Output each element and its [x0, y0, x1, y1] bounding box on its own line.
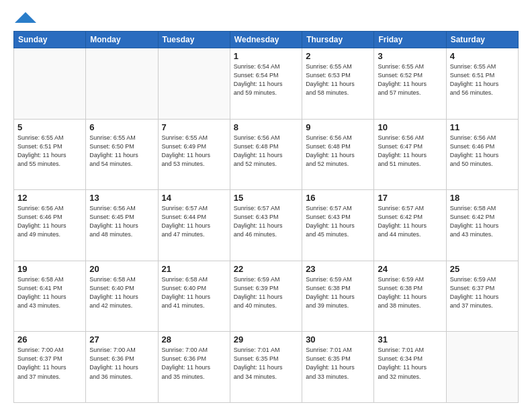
calendar-cell: 29Sunrise: 7:01 AM Sunset: 6:35 PM Dayli… [230, 332, 302, 403]
calendar-cell: 18Sunrise: 6:58 AM Sunset: 6:42 PM Dayli… [446, 190, 518, 261]
day-info: Sunrise: 6:55 AM Sunset: 6:51 PM Dayligh… [17, 134, 82, 169]
day-info: Sunrise: 6:58 AM Sunset: 6:40 PM Dayligh… [89, 275, 154, 310]
day-number: 24 [378, 264, 442, 274]
day-info: Sunrise: 6:56 AM Sunset: 6:46 PM Dayligh… [450, 134, 515, 169]
calendar-cell: 23Sunrise: 6:59 AM Sunset: 6:38 PM Dayli… [302, 261, 374, 332]
calendar-cell: 8Sunrise: 6:56 AM Sunset: 6:48 PM Daylig… [230, 119, 302, 190]
day-number: 30 [306, 334, 370, 345]
calendar-cell: 10Sunrise: 6:56 AM Sunset: 6:47 PM Dayli… [374, 119, 446, 190]
day-number: 2 [306, 51, 370, 61]
day-number: 20 [89, 264, 154, 274]
calendar-week-row: 12Sunrise: 6:56 AM Sunset: 6:46 PM Dayli… [14, 190, 519, 261]
calendar-week-row: 5Sunrise: 6:55 AM Sunset: 6:51 PM Daylig… [14, 119, 519, 190]
day-number: 27 [89, 334, 154, 345]
calendar-cell: 5Sunrise: 6:55 AM Sunset: 6:51 PM Daylig… [14, 119, 86, 190]
calendar-cell: 3Sunrise: 6:55 AM Sunset: 6:52 PM Daylig… [374, 48, 446, 120]
day-number: 19 [17, 264, 82, 274]
day-info: Sunrise: 6:56 AM Sunset: 6:48 PM Dayligh… [234, 134, 298, 169]
calendar-cell: 19Sunrise: 6:58 AM Sunset: 6:41 PM Dayli… [14, 261, 86, 332]
calendar-cell: 12Sunrise: 6:56 AM Sunset: 6:46 PM Dayli… [14, 190, 86, 261]
day-info: Sunrise: 6:56 AM Sunset: 6:48 PM Dayligh… [306, 134, 370, 169]
day-number: 12 [17, 193, 82, 203]
day-number: 31 [378, 334, 442, 345]
day-info: Sunrise: 6:59 AM Sunset: 6:38 PM Dayligh… [378, 275, 442, 310]
calendar-cell: 25Sunrise: 6:59 AM Sunset: 6:37 PM Dayli… [446, 261, 518, 332]
day-info: Sunrise: 7:01 AM Sunset: 6:35 PM Dayligh… [306, 346, 370, 381]
calendar-header-row: SundayMondayTuesdayWednesdayThursdayFrid… [14, 32, 519, 48]
day-number: 5 [17, 122, 82, 132]
day-number: 10 [378, 122, 442, 132]
day-number: 17 [378, 193, 442, 203]
calendar-cell: 1Sunrise: 6:54 AM Sunset: 6:54 PM Daylig… [230, 48, 302, 120]
day-info: Sunrise: 6:58 AM Sunset: 6:42 PM Dayligh… [450, 204, 515, 239]
day-info: Sunrise: 6:57 AM Sunset: 6:43 PM Dayligh… [234, 204, 298, 239]
day-info: Sunrise: 6:56 AM Sunset: 6:45 PM Dayligh… [89, 204, 154, 239]
day-number: 18 [450, 193, 515, 203]
day-number: 4 [450, 51, 515, 61]
calendar-cell: 28Sunrise: 7:00 AM Sunset: 6:36 PM Dayli… [158, 332, 230, 403]
weekday-header: Thursday [302, 32, 374, 48]
day-number: 9 [306, 122, 370, 132]
logo [13, 12, 36, 24]
calendar-cell: 20Sunrise: 6:58 AM Sunset: 6:40 PM Dayli… [86, 261, 158, 332]
day-number: 23 [306, 264, 370, 274]
day-info: Sunrise: 6:59 AM Sunset: 6:39 PM Dayligh… [234, 275, 298, 310]
day-info: Sunrise: 6:55 AM Sunset: 6:49 PM Dayligh… [162, 134, 226, 169]
day-number: 1 [234, 51, 298, 61]
day-info: Sunrise: 6:57 AM Sunset: 6:44 PM Dayligh… [162, 204, 226, 239]
svg-rect-1 [21, 17, 30, 23]
day-info: Sunrise: 6:57 AM Sunset: 6:43 PM Dayligh… [306, 204, 370, 239]
day-number: 16 [306, 193, 370, 203]
day-info: Sunrise: 7:00 AM Sunset: 6:36 PM Dayligh… [162, 346, 226, 381]
calendar-cell: 22Sunrise: 6:59 AM Sunset: 6:39 PM Dayli… [230, 261, 302, 332]
calendar-cell: 17Sunrise: 6:57 AM Sunset: 6:42 PM Dayli… [374, 190, 446, 261]
day-number: 26 [17, 334, 82, 345]
logo-icon [15, 11, 36, 24]
weekday-header: Tuesday [158, 32, 230, 48]
day-number: 6 [89, 122, 154, 132]
day-number: 7 [162, 122, 226, 132]
day-number: 15 [234, 193, 298, 203]
calendar-cell: 11Sunrise: 6:56 AM Sunset: 6:46 PM Dayli… [446, 119, 518, 190]
calendar-table: SundayMondayTuesdayWednesdayThursdayFrid… [13, 31, 519, 403]
day-number: 3 [378, 51, 442, 61]
calendar-cell [158, 48, 230, 120]
day-info: Sunrise: 6:55 AM Sunset: 6:52 PM Dayligh… [378, 62, 442, 97]
day-info: Sunrise: 6:55 AM Sunset: 6:53 PM Dayligh… [306, 62, 370, 97]
day-number: 8 [234, 122, 298, 132]
calendar-week-row: 26Sunrise: 7:00 AM Sunset: 6:37 PM Dayli… [14, 332, 519, 403]
day-info: Sunrise: 6:58 AM Sunset: 6:41 PM Dayligh… [17, 275, 82, 310]
calendar-cell: 14Sunrise: 6:57 AM Sunset: 6:44 PM Dayli… [158, 190, 230, 261]
page: SundayMondayTuesdayWednesdayThursdayFrid… [0, 0, 532, 411]
calendar-cell: 4Sunrise: 6:55 AM Sunset: 6:51 PM Daylig… [446, 48, 518, 120]
header [13, 12, 519, 24]
calendar-cell: 2Sunrise: 6:55 AM Sunset: 6:53 PM Daylig… [302, 48, 374, 120]
day-info: Sunrise: 6:55 AM Sunset: 6:50 PM Dayligh… [89, 134, 154, 169]
day-info: Sunrise: 6:55 AM Sunset: 6:51 PM Dayligh… [450, 62, 515, 97]
weekday-header: Saturday [446, 32, 518, 48]
calendar-cell: 9Sunrise: 6:56 AM Sunset: 6:48 PM Daylig… [302, 119, 374, 190]
calendar-cell [14, 48, 86, 120]
calendar-cell: 15Sunrise: 6:57 AM Sunset: 6:43 PM Dayli… [230, 190, 302, 261]
day-info: Sunrise: 7:00 AM Sunset: 6:36 PM Dayligh… [89, 346, 154, 381]
calendar-cell: 24Sunrise: 6:59 AM Sunset: 6:38 PM Dayli… [374, 261, 446, 332]
calendar-cell: 30Sunrise: 7:01 AM Sunset: 6:35 PM Dayli… [302, 332, 374, 403]
day-info: Sunrise: 7:01 AM Sunset: 6:34 PM Dayligh… [378, 346, 442, 381]
calendar-cell: 27Sunrise: 7:00 AM Sunset: 6:36 PM Dayli… [86, 332, 158, 403]
day-info: Sunrise: 6:59 AM Sunset: 6:38 PM Dayligh… [306, 275, 370, 310]
calendar-cell [86, 48, 158, 120]
day-info: Sunrise: 6:54 AM Sunset: 6:54 PM Dayligh… [234, 62, 298, 97]
calendar-cell: 6Sunrise: 6:55 AM Sunset: 6:50 PM Daylig… [86, 119, 158, 190]
calendar-cell: 7Sunrise: 6:55 AM Sunset: 6:49 PM Daylig… [158, 119, 230, 190]
calendar-cell: 13Sunrise: 6:56 AM Sunset: 6:45 PM Dayli… [86, 190, 158, 261]
day-number: 14 [162, 193, 226, 203]
calendar-cell: 26Sunrise: 7:00 AM Sunset: 6:37 PM Dayli… [14, 332, 86, 403]
day-info: Sunrise: 7:00 AM Sunset: 6:37 PM Dayligh… [17, 346, 82, 381]
day-number: 28 [162, 334, 226, 345]
weekday-header: Wednesday [230, 32, 302, 48]
day-number: 25 [450, 264, 515, 274]
weekday-header: Friday [374, 32, 446, 48]
weekday-header: Sunday [14, 32, 86, 48]
day-number: 11 [450, 122, 515, 132]
day-info: Sunrise: 6:59 AM Sunset: 6:37 PM Dayligh… [450, 275, 515, 310]
